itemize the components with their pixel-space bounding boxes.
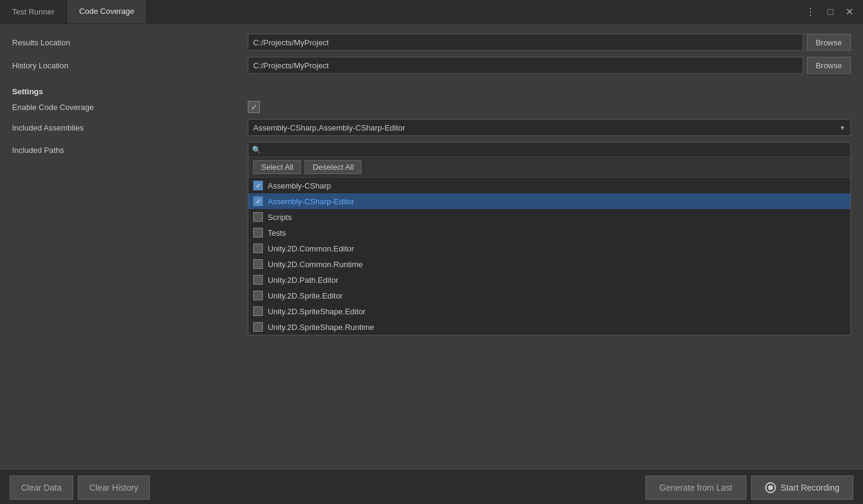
list-item-checkbox[interactable] (253, 322, 263, 332)
list-item-checkbox[interactable] (253, 291, 263, 300)
included-paths-panel: 🔍 Select All Deselect All ✓Assembly-CSha… (248, 142, 851, 340)
check-mark: ✓ (256, 182, 261, 190)
start-recording-label: Start Recording (781, 483, 839, 493)
list-item[interactable]: Tests (248, 225, 850, 241)
enable-coverage-check-mark: ✓ (251, 103, 257, 111)
history-browse-button[interactable]: Browse (807, 57, 851, 74)
record-dot (768, 485, 773, 490)
maximize-button[interactable]: □ (824, 6, 837, 18)
tab-test-runner[interactable]: Test Runner (0, 0, 67, 24)
main-content: Results Location Browse History Location… (0, 24, 863, 470)
list-item[interactable]: Unity.2D.Sprite.Editor (248, 288, 850, 303)
list-item[interactable]: Unity.2D.SpriteShape.Runtime (248, 319, 850, 335)
list-item-checkbox[interactable] (253, 259, 263, 269)
list-item-label: Assembly-CSharp-Editor (268, 197, 354, 206)
list-item-label: Unity.2D.Common.Runtime (268, 260, 363, 269)
list-item-label: Unity.2D.SpriteShape.Runtime (268, 323, 374, 332)
included-assemblies-row: Included Assemblies Assembly-CSharp,Asse… (12, 119, 851, 136)
list-item-label: Unity.2D.Sprite.Editor (268, 291, 343, 300)
list-item-checkbox[interactable]: ✓ (253, 196, 263, 206)
enable-coverage-row: Enable Code Coverage ✓ (12, 101, 851, 113)
paths-list[interactable]: ✓Assembly-CSharp✓Assembly-CSharp-EditorS… (248, 178, 850, 335)
results-location-input[interactable] (248, 34, 803, 51)
included-assemblies-control: Assembly-CSharp,Assembly-CSharp-Editor ▼ (248, 119, 851, 136)
included-assemblies-dropdown[interactable]: Assembly-CSharp,Assembly-CSharp-Editor ▼ (248, 119, 851, 136)
included-assemblies-label: Included Assemblies (12, 123, 248, 132)
generate-from-last-button[interactable]: Generate from Last (645, 476, 746, 500)
history-location-controls: Browse (248, 57, 851, 74)
included-assemblies-display[interactable]: Assembly-CSharp,Assembly-CSharp-Editor ▼ (248, 119, 851, 136)
select-deselect-row: Select All Deselect All (248, 157, 850, 178)
results-location-controls: Browse (248, 34, 851, 51)
history-location-row: History Location Browse (12, 57, 851, 74)
list-item[interactable]: Unity.2D.SpriteShape.Editor (248, 303, 850, 319)
select-all-button[interactable]: Select All (253, 160, 301, 174)
check-mark: ✓ (256, 198, 261, 205)
paths-search-input[interactable] (263, 145, 847, 154)
tab-code-coverage[interactable]: Code Coverage (67, 0, 147, 24)
list-item-checkbox[interactable] (253, 244, 263, 253)
enable-coverage-checkbox[interactable]: ✓ (248, 101, 260, 113)
more-options-button[interactable]: ⋮ (802, 6, 819, 18)
paths-search-row: 🔍 (248, 143, 850, 157)
clear-history-button[interactable]: Clear History (78, 476, 150, 500)
list-item-label: Scripts (268, 213, 292, 222)
titlebar-actions: ⋮ □ ✕ (796, 0, 863, 24)
results-browse-button[interactable]: Browse (807, 34, 851, 51)
paths-dropdown-panel: 🔍 Select All Deselect All ✓Assembly-CSha… (248, 142, 851, 335)
list-item[interactable]: ✓Assembly-CSharp-Editor (248, 193, 850, 209)
titlebar: Test Runner Code Coverage ⋮ □ ✕ (0, 0, 863, 24)
list-item[interactable]: Unity.2D.Common.Editor (248, 241, 850, 256)
included-paths-label: Included Paths (12, 142, 248, 155)
list-item-label: Unity.2D.Common.Editor (268, 244, 354, 253)
list-item[interactable]: Scripts (248, 209, 850, 225)
list-item-label: Tests (268, 228, 286, 237)
list-item-checkbox[interactable] (253, 306, 263, 316)
bottom-bar: Clear Data Clear History Generate from L… (0, 470, 863, 504)
list-item-label: Assembly-CSharp (268, 181, 331, 190)
list-item[interactable]: Unity.2D.Common.Runtime (248, 256, 850, 272)
start-recording-button[interactable]: Start Recording (751, 476, 853, 500)
results-location-label: Results Location (12, 38, 248, 47)
enable-coverage-label: Enable Code Coverage (12, 103, 248, 112)
list-item[interactable]: ✓Assembly-CSharp (248, 178, 850, 193)
list-item-label: Unity.2D.SpriteShape.Editor (268, 307, 366, 316)
list-item[interactable]: Unity.2D.Path.Editor (248, 272, 850, 288)
included-paths-panel-row: Included Paths 🔍 Select All Deselect All (12, 142, 851, 457)
history-location-label: History Location (12, 61, 248, 70)
list-item-checkbox[interactable] (253, 275, 263, 285)
main-window: Test Runner Code Coverage ⋮ □ ✕ Results … (0, 0, 863, 504)
list-item-checkbox[interactable] (253, 212, 263, 222)
included-assemblies-arrow: ▼ (839, 124, 845, 131)
clear-data-button[interactable]: Clear Data (10, 476, 73, 500)
settings-section-label: Settings (12, 87, 248, 96)
list-item-checkbox[interactable] (253, 228, 263, 237)
record-icon (765, 482, 776, 493)
deselect-all-button[interactable]: Deselect All (305, 160, 361, 174)
settings-header-row: Settings (12, 87, 851, 96)
enable-coverage-control: ✓ (248, 101, 851, 113)
list-item-label: Unity.2D.Path.Editor (268, 276, 338, 285)
results-location-row: Results Location Browse (12, 34, 851, 51)
list-item-checkbox[interactable]: ✓ (253, 181, 263, 190)
search-icon: 🔍 (252, 146, 261, 154)
history-location-input[interactable] (248, 57, 803, 74)
close-button[interactable]: ✕ (842, 6, 857, 18)
